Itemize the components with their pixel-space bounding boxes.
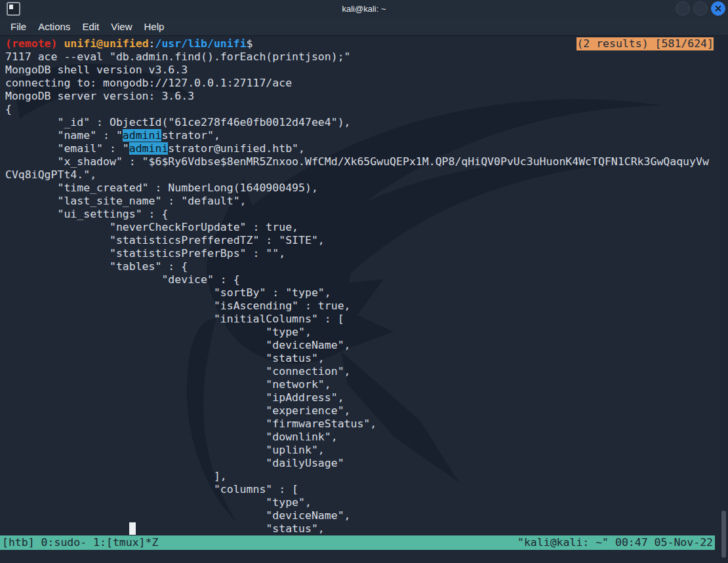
terminal-line: "sortBy" : "type", [5,286,723,300]
terminal-line: "initialColumns" : [ [5,313,723,326]
terminal-line: "deviceName", [5,339,723,352]
menu-bar: FileActionsEditViewHelp [0,18,728,36]
terminal-line: MongoDB shell version v3.6.3 [5,64,723,77]
maximize-button[interactable] [693,1,708,16]
tmux-host-clock: "kali@kali: ~" 00:47 05-Nov-22 [517,535,713,550]
terminal-window: kali@kali: ~ ✕ FileActionsEditViewHelp (… [0,0,728,563]
menu-item-actions[interactable]: Actions [37,20,71,33]
terminal-line: "statisticsPrefferedTZ" : "SITE", [5,234,723,247]
prompt-segment-red: (remote) [5,37,57,50]
terminal-line: "x_shadow" : "$6$Ry6Vdbse$8enMR5Znxoo.Wf… [5,155,723,168]
tmux-status-bar: [htb] 0:sudo- 1:[tmux]*Z "kali@kali: ~" … [0,535,715,550]
terminal-line: MongoDB server version: 3.6.3 [5,90,723,103]
minimize-button[interactable] [676,1,690,16]
prompt-segment-orange: unifi@unified [64,37,148,50]
terminal-line: "_id" : ObjectId("61ce278f46e0fb0012d47e… [5,116,723,129]
search-match-highlight: admini [123,129,162,142]
terminal-line: "time_created" : NumberLong(1640900495), [5,182,723,195]
terminal-line: ], [5,470,723,483]
terminal-line: "experience", [5,404,723,417]
terminal-line: "last_site_name" : "default", [5,195,723,208]
terminal-line: { [5,103,723,116]
window-titlebar[interactable]: kali@kali: ~ ✕ [0,0,728,18]
close-icon: ✕ [714,4,722,13]
copy-mode-cursor [129,522,136,535]
terminal-line: "network", [5,378,723,391]
terminal-line: 7117 ace --eval "db.admin.find().forEach… [5,50,723,64]
window-title: kali@kali: ~ [342,4,386,14]
menu-item-edit[interactable]: Edit [81,20,100,33]
terminal-line: "connection", [5,365,723,378]
terminal-cursor-glyph [9,5,13,9]
scrollbar-thumb[interactable] [721,511,726,558]
terminal-line: "dailyUsage" [5,457,723,470]
terminal-app-icon [7,2,20,16]
tmux-session-windows[interactable]: [htb] 0:sudo- 1:[tmux]*Z [2,535,158,550]
terminal-line: "type", [5,326,723,339]
close-button[interactable]: ✕ [711,1,725,16]
terminal-line: connecting to: mongodb://127.0.0.1:27117… [5,77,723,90]
menu-item-help[interactable]: Help [142,20,165,33]
terminal-line: "status", [5,522,723,535]
terminal-line: "device" : { [5,273,723,286]
terminal-line: "tables" : { [5,260,723,273]
terminal-line: "neverCheckForUpdate" : true, [5,221,723,234]
terminal-line: CVq8iQgPTt4.", [5,168,723,182]
terminal-line: "isAscending" : true, [5,300,723,313]
menu-item-file[interactable]: File [9,20,28,33]
terminal-line: "statisticsPreferBps" : "", [5,247,723,260]
window-controls: ✕ [676,1,725,16]
terminal-line: "email" : "administrator@unified.htb", [5,142,723,155]
menu-item-view[interactable]: View [110,20,133,33]
terminal-line: "type", [5,496,723,509]
terminal-line: "columns" : [ [5,483,723,496]
terminal-line: "status", [5,352,723,365]
search-match-highlight: admini [129,142,169,155]
terminal-line: "firmwareStatus", [5,417,723,431]
prompt-segment-blue: /usr/lib/unifi [155,37,247,50]
terminal-line: "ui_settings" : { [5,208,723,221]
terminal-line: "downlink", [5,431,723,444]
terminal-line: (remote) unifi@unified:/usr/lib/unifi$ [5,37,723,50]
terminal-output: (remote) unifi@unified:/usr/lib/unifi$71… [5,37,723,535]
terminal-line: "deviceName", [5,509,723,522]
terminal-line: "ipAddress", [5,391,723,404]
terminal-line: "uplink", [5,444,723,457]
scrollbar-track[interactable] [719,37,728,563]
terminal-line: "name" : "administrator", [5,129,723,142]
terminal-screen[interactable]: (2 results) [581/624] (remote) unifi@uni… [0,37,728,563]
